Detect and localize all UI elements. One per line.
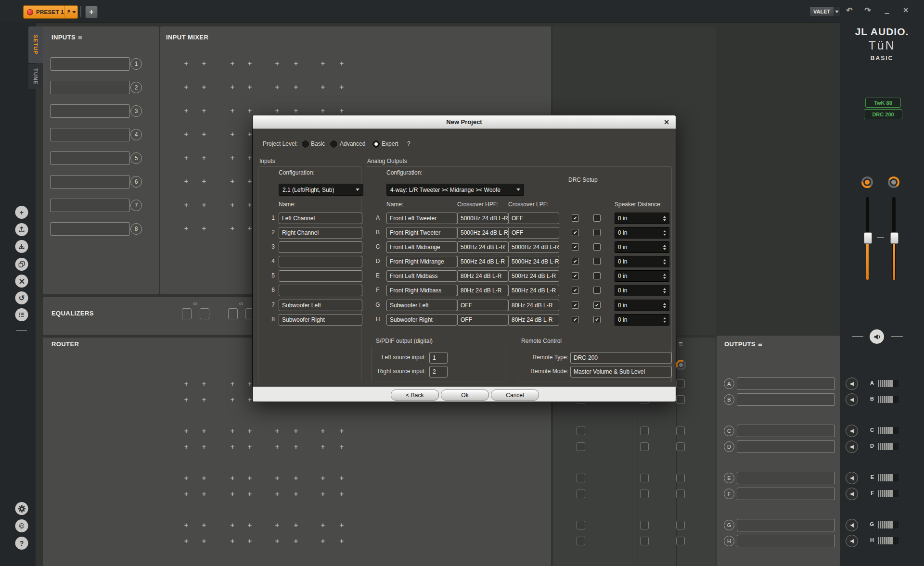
dialog-close-icon[interactable]: ✕ bbox=[662, 118, 671, 126]
drc-checkbox-1[interactable]: ✔ bbox=[572, 272, 579, 279]
dialog-input-name-field[interactable] bbox=[279, 270, 362, 282]
speaker-distance-spinner[interactable]: 0 in bbox=[615, 213, 669, 224]
output-channel-field[interactable] bbox=[737, 472, 835, 484]
drc-checkbox-1[interactable]: ✔ bbox=[572, 214, 579, 222]
matrix-checkbox[interactable] bbox=[640, 537, 649, 545]
output-channel-field[interactable] bbox=[737, 488, 835, 500]
spinner-arrows-icon[interactable] bbox=[663, 317, 666, 323]
crossover-hpf-field[interactable]: 500Hz 24 dB L-R bbox=[457, 241, 508, 253]
spinner-arrows-icon[interactable] bbox=[663, 245, 666, 250]
speaker-distance-spinner[interactable]: 0 in bbox=[615, 300, 669, 311]
drc-checkbox-2[interactable]: ✔ bbox=[593, 316, 601, 323]
drc-checkbox-1[interactable]: ✔ bbox=[572, 229, 579, 236]
spinner-arrows-icon[interactable] bbox=[663, 259, 666, 264]
speaker-distance-spinner[interactable]: 0 in bbox=[615, 256, 669, 267]
remote-type-field[interactable]: DRC-200 bbox=[570, 352, 672, 364]
drc-checkbox-2[interactable] bbox=[593, 287, 601, 294]
matrix-checkbox[interactable] bbox=[676, 395, 685, 404]
drc-checkbox-2[interactable] bbox=[593, 272, 601, 279]
speaker-distance-spinner[interactable]: 0 in bbox=[615, 270, 669, 282]
crossover-hpf-field[interactable]: 5000Hz 24 dB L-R bbox=[457, 227, 508, 239]
spinner-arrows-icon[interactable] bbox=[663, 288, 666, 293]
crossover-lpf-field[interactable]: OFF bbox=[508, 227, 559, 239]
dialog-output-name-field[interactable]: Front Left Tweeter bbox=[386, 213, 457, 224]
crossover-hpf-field[interactable]: 80Hz 24 dB L-R bbox=[457, 285, 508, 296]
spinner-arrows-icon[interactable] bbox=[663, 216, 666, 221]
matrix-checkbox[interactable] bbox=[676, 379, 685, 388]
outputs-config-dropdown[interactable]: 4-way: L/R Tweeter >< Midrange >< Woofe bbox=[386, 184, 524, 196]
matrix-checkbox[interactable] bbox=[676, 537, 685, 545]
matrix-checkbox[interactable] bbox=[577, 521, 585, 529]
dialog-input-name-field[interactable]: Right Channel bbox=[279, 227, 362, 239]
mute-button[interactable] bbox=[846, 488, 858, 500]
drc-checkbox-2[interactable] bbox=[593, 214, 601, 222]
matrix-checkbox[interactable] bbox=[676, 427, 685, 435]
matrix-checkbox[interactable] bbox=[577, 490, 585, 498]
drc-checkbox-1[interactable]: ✔ bbox=[572, 243, 579, 251]
project-level-help[interactable]: ? bbox=[407, 140, 411, 147]
ok-button[interactable]: Ok bbox=[441, 390, 489, 401]
dialog-input-name-field[interactable]: Left Channel bbox=[279, 213, 362, 224]
radio-advanced[interactable] bbox=[330, 140, 337, 148]
drc-checkbox-1[interactable]: ✔ bbox=[572, 258, 579, 265]
dialog-input-name-field[interactable] bbox=[279, 285, 362, 296]
mute-button[interactable] bbox=[846, 425, 858, 437]
dialog-input-name-field[interactable] bbox=[279, 256, 362, 267]
spdif-left-field[interactable]: 1 bbox=[429, 352, 448, 364]
matrix-checkbox[interactable] bbox=[640, 521, 649, 529]
matrix-checkbox[interactable] bbox=[640, 442, 649, 451]
crossover-hpf-field[interactable]: 80Hz 24 dB L-R bbox=[457, 270, 508, 282]
mute-button[interactable] bbox=[846, 519, 858, 531]
dialog-input-name-field[interactable] bbox=[279, 241, 362, 253]
matrix-checkbox[interactable] bbox=[577, 474, 585, 482]
drc-checkbox-1[interactable]: ✔ bbox=[572, 316, 579, 323]
mute-button[interactable] bbox=[846, 393, 858, 406]
inputs-config-dropdown[interactable]: 2.1 (Left/Right, Sub) bbox=[279, 184, 363, 196]
spinner-arrows-icon[interactable] bbox=[663, 274, 666, 279]
input-channel-field[interactable] bbox=[50, 222, 130, 236]
matrix-checkbox[interactable] bbox=[676, 442, 685, 451]
drc-checkbox-2[interactable] bbox=[593, 258, 601, 265]
dialog-output-name-field[interactable]: Front Left Midrange bbox=[386, 241, 457, 253]
spinner-arrows-icon[interactable] bbox=[663, 303, 666, 308]
back-button[interactable]: < Back bbox=[391, 390, 439, 401]
output-channel-field[interactable] bbox=[737, 535, 835, 547]
crossover-lpf-field[interactable]: 5000Hz 24 dB L-R bbox=[508, 241, 559, 253]
crossover-lpf-field[interactable]: 5000Hz 24 dB L-R bbox=[508, 256, 559, 267]
speaker-distance-spinner[interactable]: 0 in bbox=[615, 227, 669, 239]
speaker-distance-spinner[interactable]: 0 in bbox=[615, 241, 669, 253]
matrix-checkbox[interactable] bbox=[640, 490, 649, 498]
drc-checkbox-2[interactable] bbox=[593, 243, 601, 251]
speaker-distance-spinner[interactable]: 0 in bbox=[615, 314, 669, 326]
input-channel-field[interactable] bbox=[50, 199, 130, 212]
drc-checkbox-1[interactable]: ✔ bbox=[572, 302, 579, 309]
cancel-button[interactable]: Cancel bbox=[491, 390, 539, 401]
crossover-hpf-field[interactable]: OFF bbox=[457, 300, 508, 311]
eq-band-box[interactable] bbox=[228, 308, 238, 319]
dialog-output-name-field[interactable]: Front Right Midrange bbox=[386, 256, 457, 267]
crossover-lpf-field[interactable]: 500Hz 24 dB L-R bbox=[508, 270, 559, 282]
matrix-checkbox[interactable] bbox=[640, 474, 649, 482]
matrix-checkbox[interactable] bbox=[676, 521, 685, 529]
mute-button[interactable] bbox=[846, 472, 858, 484]
matrix-checkbox[interactable] bbox=[577, 442, 585, 451]
eq-band-box[interactable] bbox=[182, 308, 192, 319]
crossover-hpf-field[interactable]: 5000Hz 24 dB L-R bbox=[457, 213, 508, 224]
output-channel-field[interactable] bbox=[737, 393, 835, 406]
drc-checkbox-1[interactable]: ✔ bbox=[572, 287, 579, 294]
dialog-output-name-field[interactable]: Front Left Midbass bbox=[386, 270, 457, 282]
matrix-checkbox[interactable] bbox=[640, 427, 649, 435]
speaker-distance-spinner[interactable]: 0 in bbox=[615, 285, 669, 296]
dialog-input-name-field[interactable]: Subwoofer Right bbox=[279, 314, 362, 326]
crossover-lpf-field[interactable]: 500Hz 24 dB L-R bbox=[508, 285, 559, 296]
crossover-hpf-field[interactable]: 500Hz 24 dB L-R bbox=[457, 256, 508, 267]
dialog-input-name-field[interactable]: Subwoofer Left bbox=[279, 300, 362, 311]
output-channel-field[interactable] bbox=[737, 377, 835, 390]
matrix-checkbox[interactable] bbox=[676, 490, 685, 498]
mute-button[interactable] bbox=[846, 377, 858, 390]
matrix-checkbox[interactable] bbox=[577, 537, 585, 545]
output-channel-field[interactable] bbox=[737, 425, 835, 437]
dialog-output-name-field[interactable]: Front Right Midbass bbox=[386, 285, 457, 296]
dialog-output-name-field[interactable]: Subwoofer Left bbox=[386, 300, 457, 311]
input-channel-field[interactable] bbox=[50, 175, 130, 189]
